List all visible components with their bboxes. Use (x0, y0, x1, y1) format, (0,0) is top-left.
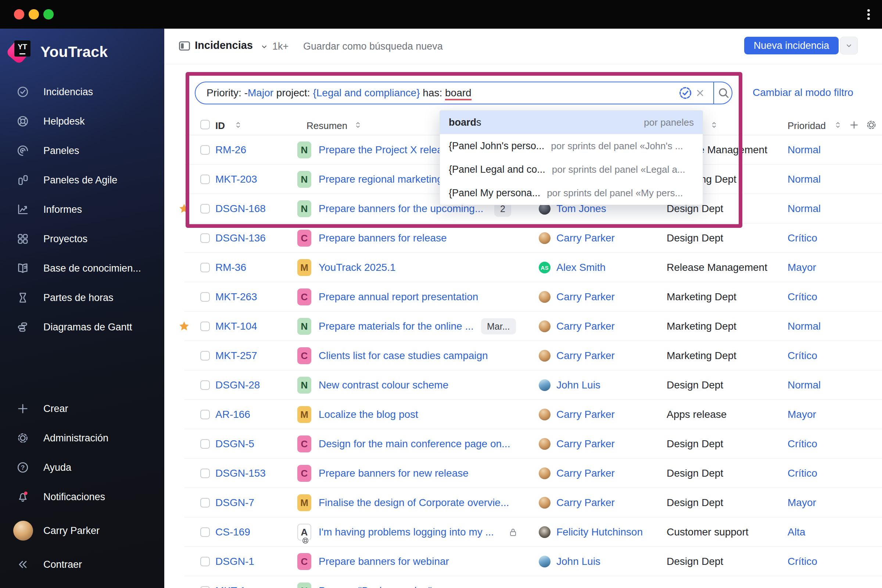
issue-summary-link[interactable]: Prepare "Background ..." (319, 576, 432, 588)
row-checkbox[interactable] (200, 469, 210, 478)
issue-id-link[interactable]: RM-36 (215, 253, 246, 282)
close-button[interactable] (14, 9, 24, 20)
assignee-link[interactable]: Carry Parker (556, 429, 615, 459)
sidebar-item-ayuda[interactable]: ?Ayuda (0, 453, 164, 482)
sidebar-item-base-de-conocimien[interactable]: Base de conocimien... (0, 254, 164, 283)
sidebar-item-paneles[interactable]: Paneles (0, 136, 164, 165)
row-checkbox[interactable] (200, 263, 210, 272)
tag-chip[interactable]: Mar... (481, 318, 516, 334)
assignee-link[interactable]: Carry Parker (556, 341, 615, 370)
sort-icon[interactable] (709, 120, 719, 130)
priority-link[interactable]: Mayor (788, 400, 816, 429)
row-checkbox[interactable] (200, 557, 210, 566)
issue-summary-link[interactable]: Prepare materials for the online ... (319, 312, 474, 341)
issue-summary-link[interactable]: Prepare regional marketing (319, 165, 443, 194)
sidebar-item-administraci-n[interactable]: Administración (0, 423, 164, 453)
priority-link[interactable]: Mayor (788, 253, 816, 282)
issue-id-link[interactable]: AR-166 (215, 400, 250, 429)
assignee-link[interactable]: Carry Parker (556, 400, 615, 429)
search-input[interactable]: Priority: -Major project: {Legal and com… (195, 82, 732, 104)
issue-summary-link[interactable]: Design for the main conference page on..… (319, 429, 510, 459)
row-checkbox[interactable] (200, 498, 210, 507)
sidebar-item-diagramas-de-gantt[interactable]: Diagramas de Gantt (0, 312, 164, 342)
row-checkbox[interactable] (200, 175, 210, 184)
column-header-priority[interactable]: Prioridad (788, 120, 826, 132)
issue-summary-link[interactable]: Finalise the design of Corporate overvie… (319, 488, 509, 518)
chevron-down-icon[interactable] (260, 42, 268, 51)
new-issue-dropdown-button[interactable] (840, 37, 858, 54)
issue-id-link[interactable]: MKT-203 (215, 165, 257, 194)
row-checkbox[interactable] (200, 292, 210, 302)
select-all-checkbox[interactable] (200, 120, 210, 129)
column-header-summary[interactable]: Resumen (306, 120, 347, 132)
assignee-link[interactable]: Carry Parker (556, 224, 615, 253)
row-checkbox[interactable] (200, 145, 210, 155)
youtrack-logo[interactable]: YT YouTrack (9, 40, 108, 64)
issue-id-link[interactable]: DSGN-1 (215, 547, 254, 576)
sidebar-item-partes-de-horas[interactable]: Partes de horas (0, 283, 164, 312)
sidebar-item-notificaciones[interactable]: Notificaciones (0, 482, 164, 512)
priority-link[interactable]: Crítico (788, 341, 818, 370)
sort-icon[interactable] (833, 120, 843, 130)
issue-summary-link[interactable]: Prepare annual report presentation (319, 282, 478, 312)
issue-id-link[interactable]: MKT-1 (215, 576, 246, 588)
sort-icon[interactable] (353, 120, 363, 130)
column-header-id[interactable]: ID (215, 120, 225, 132)
row-checkbox[interactable] (200, 233, 210, 243)
issue-id-link[interactable]: CS-169 (215, 518, 250, 547)
issue-id-link[interactable]: MKT-257 (215, 341, 257, 370)
assignee-link[interactable]: Carry Parker (556, 282, 615, 312)
priority-link[interactable]: Crítico (788, 459, 818, 488)
assignee-link[interactable]: Alex Smith (556, 253, 606, 282)
sidebar-item-crear[interactable]: Crear (0, 394, 164, 423)
sidebar-item-helpdesk[interactable]: Helpdesk (0, 106, 164, 136)
priority-link[interactable]: Mayor (788, 488, 816, 518)
table-settings-gear-icon[interactable] (866, 119, 877, 131)
assignee-link[interactable]: John Luis (556, 370, 600, 400)
row-checkbox[interactable] (200, 380, 210, 390)
star-icon[interactable] (178, 321, 190, 332)
sidebar-toggle-icon[interactable] (177, 39, 192, 53)
issue-id-link[interactable]: RM-26 (215, 135, 246, 165)
assignee-link[interactable]: Carry Parker (556, 312, 615, 341)
sidebar-item-paneles-de-agile[interactable]: Paneles de Agile (0, 165, 164, 195)
issue-id-link[interactable]: DSGN-136 (215, 224, 266, 253)
sidebar-item-informes[interactable]: Informes (0, 195, 164, 224)
priority-link[interactable]: Normal (788, 312, 820, 341)
issue-id-link[interactable]: DSGN-7 (215, 488, 254, 518)
issue-summary-link[interactable]: Prepare the Project X relea (319, 135, 443, 165)
priority-link[interactable]: Normal (788, 370, 820, 400)
row-checkbox[interactable] (200, 586, 210, 588)
sidebar-item-carry-parker[interactable]: Carry Parker (0, 516, 164, 545)
clear-search-icon[interactable] (694, 87, 706, 99)
issue-id-link[interactable]: DSGN-28 (215, 370, 260, 400)
issue-summary-link[interactable]: Prepare banners for release (319, 224, 447, 253)
autocomplete-item[interactable]: {Panel John's perso...por sprints del pa… (440, 134, 703, 158)
minimize-button[interactable] (28, 9, 39, 20)
autocomplete-item[interactable]: {Panel My persona...por sprints del pane… (440, 181, 703, 205)
priority-link[interactable]: Normal (788, 194, 820, 224)
save-search-link[interactable]: Guardar como búsqueda nueva (303, 41, 443, 52)
sort-icon[interactable] (233, 120, 243, 130)
row-checkbox[interactable] (200, 351, 210, 360)
zoom-button[interactable] (44, 9, 54, 20)
assignee-link[interactable]: John Luis (556, 547, 600, 576)
issue-summary-link[interactable]: Prepare banners for webinar (319, 547, 449, 576)
issue-summary-link[interactable]: New contrast colour scheme (319, 370, 448, 400)
issue-id-link[interactable]: DSGN-153 (215, 459, 266, 488)
issue-id-link[interactable]: DSGN-168 (215, 194, 266, 224)
sidebar-item-contraer[interactable]: Contraer (0, 550, 164, 579)
row-checkbox[interactable] (200, 410, 210, 419)
issue-id-link[interactable]: MKT-104 (215, 312, 257, 341)
autocomplete-item[interactable]: boardspor paneles (440, 111, 703, 134)
new-issue-button[interactable]: Nueva incidencia (744, 37, 838, 54)
issue-summary-link[interactable]: YouTrack 2025.1 (319, 253, 396, 282)
priority-link[interactable]: Normal (788, 165, 820, 194)
issue-summary-link[interactable]: Prepare banners for new release (319, 459, 469, 488)
assignee-link[interactable]: Carry Parker (556, 488, 615, 518)
priority-link[interactable]: Crítico (788, 429, 818, 459)
add-column-icon[interactable] (849, 119, 860, 130)
assignee-link[interactable]: Carry Parker (556, 459, 615, 488)
row-checkbox[interactable] (200, 322, 210, 331)
filter-mode-link[interactable]: Cambiar al modo filtro (753, 87, 854, 99)
